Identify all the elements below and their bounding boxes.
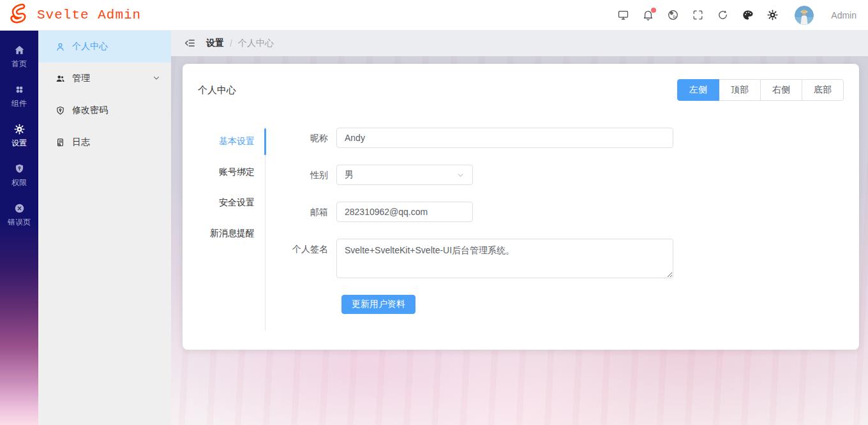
nickname-label: 昵称 bbox=[271, 128, 328, 148]
error-circle-icon bbox=[13, 202, 26, 214]
layout-bottom-button[interactable]: 底部 bbox=[802, 79, 844, 101]
breadcrumb-bar: 设置 / 个人中心 bbox=[171, 31, 868, 56]
refresh-icon[interactable] bbox=[716, 9, 729, 22]
settings-tabs: 基本设置 账号绑定 安全设置 新消息提醒 bbox=[183, 126, 266, 331]
chevron-down-icon bbox=[152, 73, 161, 84]
fullscreen-icon[interactable] bbox=[691, 9, 704, 22]
update-profile-button[interactable]: 更新用户资料 bbox=[341, 295, 415, 314]
chevron-down-icon bbox=[456, 171, 465, 179]
user-icon bbox=[55, 41, 66, 52]
gender-select[interactable]: 男 bbox=[336, 165, 473, 185]
logo-area[interactable]: Svelte Admin bbox=[5, 3, 141, 28]
submenu-item-logs[interactable]: 日志 bbox=[38, 126, 171, 158]
tab-security-settings[interactable]: 安全设置 bbox=[183, 188, 265, 218]
breadcrumb-section[interactable]: 设置 bbox=[206, 38, 224, 49]
app-header: Svelte Admin En Admin bbox=[0, 0, 868, 31]
translate-icon[interactable]: En bbox=[666, 9, 679, 22]
team-icon bbox=[55, 73, 66, 84]
secondary-sidebar: 个人中心 管理 修改密码 日志 bbox=[38, 31, 171, 425]
breadcrumb-current: 个人中心 bbox=[238, 38, 274, 49]
settings-gear-icon[interactable] bbox=[766, 9, 779, 22]
sidebar-item-error-page[interactable]: 错误页 bbox=[0, 195, 38, 235]
sidebar-item-settings[interactable]: 设置 bbox=[0, 116, 38, 156]
nickname-input[interactable] bbox=[336, 128, 673, 148]
tab-new-message-alert[interactable]: 新消息提醒 bbox=[183, 218, 265, 249]
submenu-item-profile[interactable]: 个人中心 bbox=[38, 31, 171, 63]
menu-fold-icon[interactable] bbox=[184, 37, 197, 50]
log-icon bbox=[55, 137, 66, 148]
theme-palette-icon[interactable] bbox=[741, 9, 754, 22]
tab-position-switch: 左侧 顶部 右侧 底部 bbox=[677, 79, 844, 101]
profile-form: 昵称 性别 男 邮箱 个人签名 bbox=[266, 126, 859, 331]
signature-textarea[interactable]: Svelte+SvelteKit+Svelte-UI后台管理系统。 bbox=[336, 239, 673, 278]
email-label: 邮箱 bbox=[271, 202, 328, 222]
permission-shield-icon bbox=[13, 163, 26, 175]
card-body: 基本设置 账号绑定 安全设置 新消息提醒 昵称 性别 男 bbox=[183, 116, 859, 331]
primary-sidebar: 首页 组件 设置 权限 错误页 bbox=[0, 31, 38, 425]
sidebar-item-components[interactable]: 组件 bbox=[0, 77, 38, 116]
user-name[interactable]: Admin bbox=[831, 10, 857, 20]
tab-basic-settings[interactable]: 基本设置 bbox=[183, 126, 265, 157]
sidebar-item-home[interactable]: 首页 bbox=[0, 37, 38, 77]
home-icon bbox=[13, 44, 26, 56]
card-title: 个人中心 bbox=[198, 84, 236, 96]
breadcrumb-separator: / bbox=[230, 38, 232, 48]
main-content: 设置 / 个人中心 个人中心 左侧 顶部 右侧 底部 基本设置 账号绑定 安全设… bbox=[171, 31, 868, 425]
submenu-item-label: 管理 bbox=[72, 73, 90, 84]
card-header: 个人中心 左侧 顶部 右侧 底部 bbox=[183, 64, 859, 116]
layout-right-button[interactable]: 右侧 bbox=[760, 79, 802, 101]
password-shield-icon bbox=[55, 105, 66, 116]
svg-text:En: En bbox=[673, 15, 677, 19]
submenu-item-manage[interactable]: 管理 bbox=[38, 63, 171, 94]
signature-label: 个人签名 bbox=[271, 239, 328, 259]
display-icon[interactable] bbox=[617, 9, 629, 22]
header-actions: En Admin bbox=[617, 6, 857, 25]
sidebar-item-label: 错误页 bbox=[8, 217, 31, 228]
submenu-item-change-password[interactable]: 修改密码 bbox=[38, 94, 171, 126]
layout-left-button[interactable]: 左侧 bbox=[677, 79, 719, 101]
gender-selected-value: 男 bbox=[345, 169, 354, 181]
profile-card: 个人中心 左侧 顶部 右侧 底部 基本设置 账号绑定 安全设置 新消息提醒 bbox=[183, 64, 859, 350]
email-input[interactable] bbox=[336, 202, 473, 222]
submenu-item-label: 个人中心 bbox=[72, 41, 108, 52]
submenu-item-label: 修改密码 bbox=[72, 105, 108, 116]
layout-top-button[interactable]: 顶部 bbox=[719, 79, 761, 101]
tab-account-binding[interactable]: 账号绑定 bbox=[183, 157, 265, 188]
notification-bell-icon[interactable] bbox=[641, 9, 654, 22]
submenu-item-label: 日志 bbox=[72, 137, 90, 148]
notification-badge bbox=[651, 8, 656, 13]
gender-label: 性别 bbox=[271, 165, 328, 185]
sidebar-item-label: 组件 bbox=[11, 98, 27, 109]
sidebar-item-permissions[interactable]: 权限 bbox=[0, 156, 38, 195]
avatar[interactable] bbox=[795, 6, 814, 25]
sidebar-item-label: 设置 bbox=[11, 138, 27, 149]
settings-gear-icon bbox=[13, 123, 26, 135]
sidebar-item-label: 首页 bbox=[11, 59, 27, 70]
sidebar-item-label: 权限 bbox=[11, 177, 27, 188]
components-icon bbox=[13, 84, 26, 96]
app-title: Svelte Admin bbox=[37, 8, 141, 22]
svelte-logo-icon bbox=[5, 3, 31, 28]
